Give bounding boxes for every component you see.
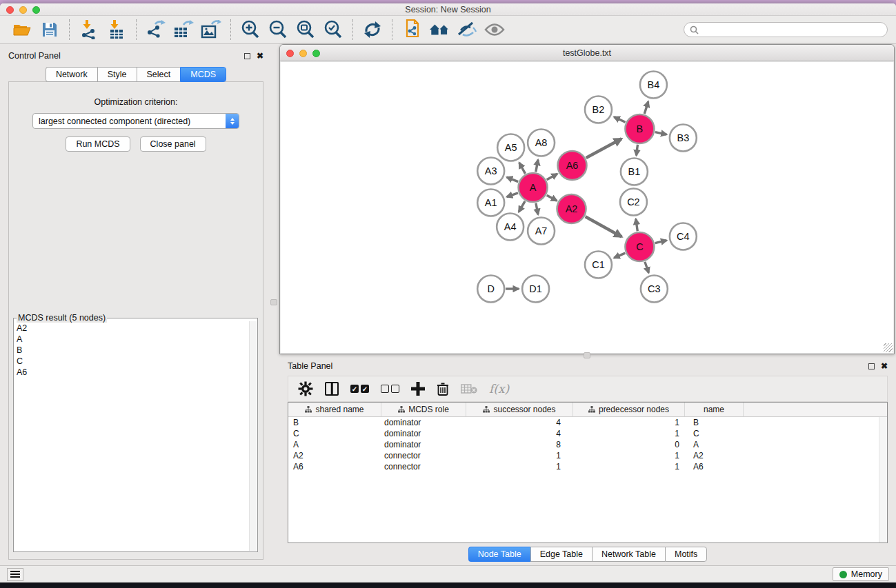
graph-edge-A-A1[interactable] (507, 193, 518, 197)
network-minimize-button[interactable] (299, 50, 307, 57)
network-file-button[interactable] (401, 19, 422, 40)
float-panel-icon[interactable] (868, 363, 875, 369)
run-mcds-button[interactable]: Run MCDS (66, 136, 130, 152)
result-item[interactable]: A6 (17, 367, 248, 378)
network-graph[interactable]: B4B2BB3A8A5A6A3B1AC2A1A2A4A7C4CC1C3DD1 (281, 62, 893, 353)
unselect-all-columns-button[interactable] (381, 385, 399, 393)
table-cell[interactable]: A2 (288, 450, 381, 461)
search-field[interactable] (684, 22, 888, 37)
show-columns-button[interactable] (325, 382, 339, 396)
tab-edge-table[interactable]: Edge Table (530, 547, 592, 562)
table-cell[interactable]: C (685, 428, 744, 439)
tab-node-table[interactable]: Node Table (468, 547, 530, 562)
result-item[interactable]: C (17, 356, 248, 367)
mcds-result-list[interactable]: A2ABCA6 (17, 323, 248, 550)
table-cell[interactable]: A6 (685, 461, 744, 472)
table-cell[interactable]: 8 (466, 439, 573, 450)
search-input[interactable] (702, 25, 882, 34)
close-panel-button[interactable]: Close panel (140, 136, 206, 152)
graph-edge-A-A4[interactable] (519, 201, 525, 212)
graph-edge-B-B4[interactable] (644, 101, 648, 114)
table-settings-button[interactable] (298, 381, 313, 396)
task-history-button[interactable] (7, 568, 23, 581)
graph-edge-B-B2[interactable] (614, 117, 625, 123)
column-header-mcds-role[interactable]: MCDS role (381, 403, 466, 416)
column-header-name[interactable]: name (685, 403, 744, 416)
table-cell[interactable]: A (288, 439, 381, 450)
table-cell[interactable]: 4 (466, 417, 573, 428)
table-cell[interactable]: dominator (381, 417, 466, 428)
tab-network[interactable]: Network (46, 67, 97, 82)
zoom-selected-button[interactable] (323, 19, 344, 40)
import-network-button[interactable] (79, 19, 99, 40)
tab-motifs[interactable]: Motifs (665, 547, 707, 562)
graph-edge-C-C3[interactable] (645, 262, 649, 273)
table-row[interactable]: A2connector11A2 (288, 450, 887, 461)
result-item[interactable]: A2 (17, 323, 248, 334)
close-panel-icon[interactable]: ✖ (257, 52, 263, 60)
graph-edge-A2-C[interactable] (586, 216, 622, 236)
graph-edge-C-C1[interactable] (614, 253, 625, 258)
select-all-columns-button[interactable]: ✓ ✓ (350, 385, 369, 393)
close-panel-icon[interactable]: ✖ (881, 362, 888, 370)
zoom-in-button[interactable] (240, 19, 261, 40)
network-close-button[interactable] (286, 50, 294, 57)
home-button[interactable] (429, 19, 450, 40)
memory-button[interactable]: Memory (833, 567, 889, 581)
maximize-window-button[interactable] (32, 6, 40, 14)
table-cell[interactable]: 4 (466, 428, 573, 439)
show-eye-button[interactable] (484, 19, 505, 40)
graph-edge-A6-B[interactable] (586, 139, 621, 158)
tab-select[interactable]: Select (137, 67, 181, 82)
window-resize-grip[interactable] (884, 343, 893, 352)
tab-network-table[interactable]: Network Table (592, 547, 665, 562)
table-scrollbar[interactable] (879, 417, 887, 543)
graph-edge-C-C2[interactable] (636, 219, 637, 232)
column-header-predecessor-nodes[interactable]: predecessor nodes (573, 403, 685, 416)
table-cell[interactable]: connector (381, 461, 466, 472)
table-cell[interactable]: connector (381, 450, 466, 461)
network-maximize-button[interactable] (312, 50, 320, 57)
table-cell[interactable]: A2 (685, 450, 744, 461)
zoom-fit-button[interactable] (295, 19, 316, 40)
table-cell[interactable]: 0 (573, 439, 685, 450)
table-row[interactable]: A6connector11A6 (288, 461, 887, 472)
zoom-out-button[interactable] (268, 19, 288, 40)
table-cell[interactable]: dominator (381, 439, 466, 450)
table-row[interactable]: Bdominator41B (288, 417, 887, 428)
close-window-button[interactable] (6, 6, 14, 14)
minimize-window-button[interactable] (19, 6, 27, 14)
result-item[interactable]: B (17, 345, 248, 356)
graph-edge-A-A3[interactable] (507, 177, 518, 181)
float-panel-icon[interactable] (244, 53, 250, 59)
splitter-handle[interactable] (270, 299, 277, 305)
table-cell[interactable]: 1 (573, 417, 685, 428)
network-canvas[interactable]: B4B2BB3A8A5A6A3B1AC2A1A2A4A7C4CC1C3DD1 (281, 62, 893, 353)
table-row[interactable]: Cdominator41C (288, 428, 887, 439)
tab-mcds[interactable]: MCDS (180, 67, 226, 82)
table-cell[interactable]: 1 (573, 428, 685, 439)
save-session-button[interactable] (39, 19, 60, 40)
export-table-button[interactable] (173, 19, 194, 40)
result-scrollbar[interactable] (249, 321, 257, 551)
graph-edge-A-A6[interactable] (547, 174, 557, 180)
column-header-successor-nodes[interactable]: successor nodes (466, 403, 573, 416)
graph-edge-A-A7[interactable] (536, 203, 538, 214)
result-item[interactable]: A (17, 334, 248, 345)
hide-panels-button[interactable] (457, 19, 477, 40)
graph-edge-A-A5[interactable] (519, 163, 526, 174)
table-cell[interactable]: C (288, 428, 381, 439)
graph-edge-A-A2[interactable] (547, 195, 557, 201)
import-table-button[interactable] (106, 19, 127, 40)
splitter-handle[interactable] (584, 352, 590, 358)
export-image-button[interactable] (201, 19, 221, 40)
table-cell[interactable]: B (685, 417, 744, 428)
table-cell[interactable]: 1 (573, 461, 685, 472)
graph-edge-B-B3[interactable] (655, 132, 667, 134)
table-cell[interactable]: B (288, 417, 381, 428)
delete-column-button[interactable] (437, 382, 449, 396)
graph-edge-A-A8[interactable] (536, 160, 538, 172)
table-cell[interactable]: dominator (381, 428, 466, 439)
optimization-criterion-select[interactable]: largest connected component (directed) (32, 113, 239, 129)
table-cell[interactable]: A (685, 439, 744, 450)
